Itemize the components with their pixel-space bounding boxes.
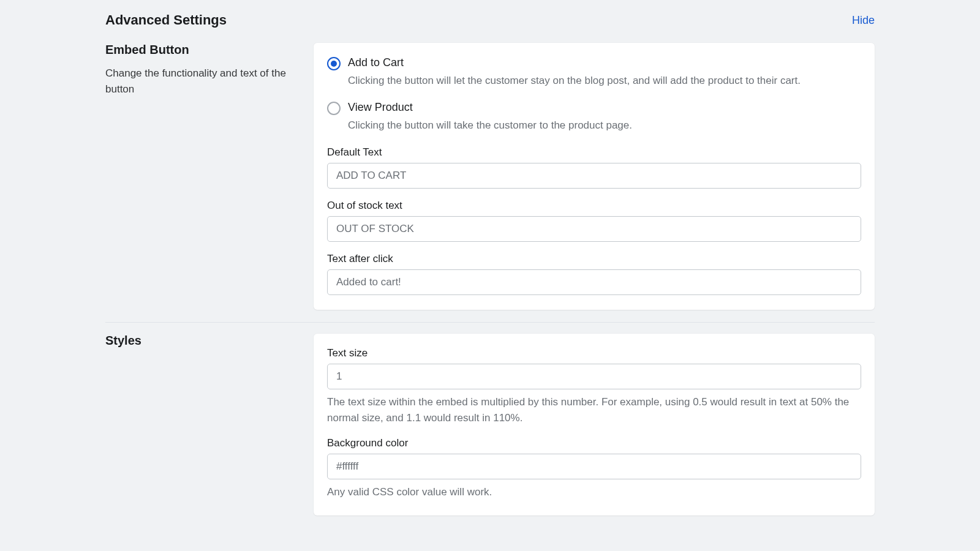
radio-add-to-cart[interactable]: Add to Cart Clicking the button will let…: [327, 56, 861, 89]
background-color-help: Any valid CSS color value will work.: [327, 484, 861, 500]
radio-subtext: Clicking the button will take the custom…: [348, 118, 632, 133]
background-color-label: Background color: [327, 437, 861, 449]
embed-button-heading: Embed Button: [105, 43, 301, 57]
hide-link[interactable]: Hide: [852, 14, 875, 27]
radio-icon: [327, 102, 341, 115]
radio-label: View Product: [348, 101, 632, 114]
radio-label: Add to Cart: [348, 56, 801, 69]
radio-view-product[interactable]: View Product Clicking the button will ta…: [327, 101, 861, 133]
after-click-input[interactable]: [327, 269, 861, 295]
default-text-input[interactable]: [327, 163, 861, 189]
styles-heading: Styles: [105, 334, 301, 348]
text-size-input[interactable]: [327, 364, 861, 389]
embed-button-description: Change the functionality and text of the…: [105, 66, 301, 98]
text-size-help: The text size within the embed is multip…: [327, 394, 861, 427]
after-click-label: Text after click: [327, 253, 861, 265]
out-of-stock-label: Out of stock text: [327, 200, 861, 212]
page-title: Advanced Settings: [105, 12, 227, 28]
embed-button-card: Add to Cart Clicking the button will let…: [314, 43, 875, 310]
text-size-label: Text size: [327, 347, 861, 359]
background-color-input[interactable]: [327, 454, 861, 479]
out-of-stock-input[interactable]: [327, 216, 861, 242]
default-text-label: Default Text: [327, 146, 861, 159]
radio-subtext: Clicking the button will let the custome…: [348, 73, 801, 89]
styles-card: Text size The text size within the embed…: [314, 334, 875, 515]
radio-icon: [327, 57, 341, 70]
